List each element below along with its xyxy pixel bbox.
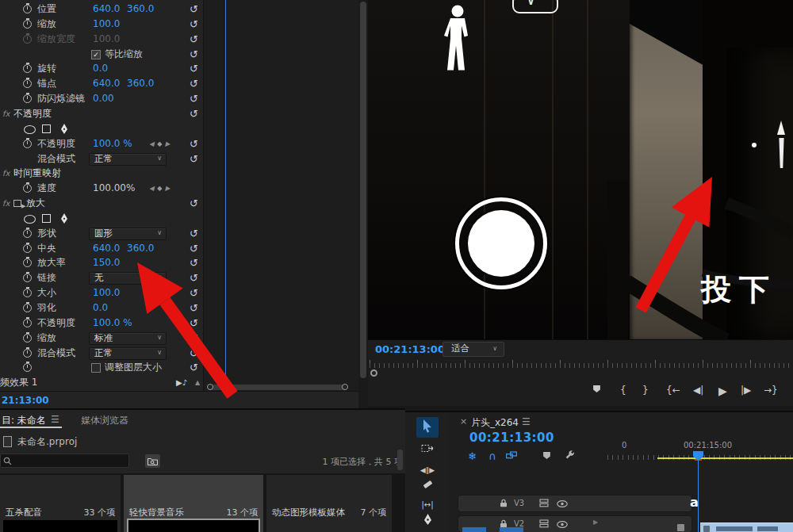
property-value[interactable]: 100.0 % <box>93 136 132 151</box>
dropdown[interactable]: 无∨ <box>89 272 167 285</box>
reset-icon[interactable]: ↺ <box>190 270 198 285</box>
reset-icon[interactable]: ↺ <box>190 32 198 47</box>
property-value[interactable]: 640.0 <box>93 241 120 256</box>
property-value[interactable]: 100.0 % <box>93 316 132 331</box>
stopwatch-icon[interactable] <box>23 184 32 193</box>
reset-icon[interactable]: ↺ <box>190 2 198 17</box>
bin-name[interactable]: 轻快背景音乐 <box>129 507 184 519</box>
project-bin[interactable]: 轻快背景音乐13 个项 <box>124 475 263 532</box>
stopwatch-icon[interactable] <box>23 319 32 327</box>
sequence-tab[interactable]: 片头_x264 <box>471 416 519 430</box>
keyframe-nav[interactable]: ◀◆▶ <box>149 181 186 196</box>
stopwatch-icon[interactable] <box>23 79 32 88</box>
stopwatch-icon[interactable] <box>23 349 32 358</box>
reset-icon[interactable]: ↺ <box>190 346 198 361</box>
stopwatch-icon[interactable] <box>23 304 32 312</box>
effect-keyframe-area[interactable] <box>203 0 359 391</box>
stopwatch-icon[interactable] <box>23 229 32 238</box>
expand-icon[interactable]: ▶ <box>593 519 598 526</box>
close-icon[interactable]: × <box>460 416 467 427</box>
reset-icon[interactable]: ↺ <box>190 331 198 346</box>
bin-name[interactable]: 动态图形模板媒体 <box>272 507 345 519</box>
stopwatch-icon[interactable] <box>23 20 32 29</box>
stopwatch-icon[interactable] <box>23 274 32 282</box>
reset-icon[interactable]: ↺ <box>190 360 198 375</box>
timeline-timecode[interactable]: 00:21:13:00 <box>469 431 554 445</box>
pen-tool[interactable] <box>416 514 439 531</box>
property-value[interactable]: 640.0 <box>93 2 120 17</box>
sync-lock-icon[interactable] <box>539 519 549 530</box>
reset-icon[interactable]: ↺ <box>190 226 198 241</box>
zoom-bar-left-handle[interactable] <box>207 384 213 390</box>
play-button[interactable]: ▶ <box>718 385 727 397</box>
property-value[interactable]: 360.0 <box>127 2 154 17</box>
ripple-edit-tool[interactable]: ◀‖▶ <box>416 461 439 479</box>
reset-icon[interactable]: ↺ <box>190 106 198 121</box>
eye-icon[interactable] <box>557 499 568 510</box>
reset-icon[interactable]: ↺ <box>190 47 198 62</box>
step-forward-button[interactable]: |▶ <box>741 385 751 396</box>
rect-mask-icon[interactable] <box>42 214 51 223</box>
effect-header-label[interactable]: 时间重映射 <box>13 166 61 181</box>
ellipse-mask-icon[interactable] <box>24 215 36 224</box>
stopwatch-icon[interactable] <box>23 5 32 13</box>
effects-timecode[interactable]: 21:13:00 <box>2 395 49 406</box>
zoom-bar-right-handle[interactable] <box>342 384 348 390</box>
property-value[interactable]: 0.0 <box>93 61 108 76</box>
reset-icon[interactable]: ↺ <box>190 255 198 270</box>
reset-icon[interactable]: ↺ <box>190 136 198 151</box>
dropdown[interactable]: 标准∨ <box>89 332 167 345</box>
reset-icon[interactable]: ↺ <box>190 241 198 256</box>
ellipse-mask-icon[interactable] <box>24 125 36 134</box>
search-input[interactable] <box>0 454 129 468</box>
monitor-ruler[interactable] <box>368 358 793 377</box>
reset-icon[interactable]: ↺ <box>190 91 198 106</box>
zoom-level-select[interactable]: 适合 ∨ <box>442 342 504 357</box>
add-marker-icon[interactable] <box>542 450 551 462</box>
effects-scrollbar[interactable] <box>358 0 368 408</box>
add-marker-button[interactable] <box>592 385 601 396</box>
step-back-button[interactable]: ◀| <box>693 385 703 396</box>
property-value[interactable]: 360.0 <box>127 76 154 91</box>
go-to-out-button[interactable]: →} <box>764 385 778 396</box>
bin-name[interactable]: 五杀配音 <box>6 507 42 519</box>
selection-tool[interactable] <box>416 417 439 438</box>
project-bin[interactable]: 五杀配音33 个项 <box>0 475 121 532</box>
slip-tool[interactable]: |↔| <box>416 496 439 514</box>
stopwatch-icon[interactable] <box>23 64 32 73</box>
dropdown[interactable]: 正常∨ <box>89 153 167 166</box>
property-value[interactable]: 100.0 <box>93 17 120 32</box>
track-select-forward-tool[interactable] <box>416 442 439 460</box>
effect-panel-zoom-bar[interactable] <box>208 385 347 390</box>
project-bin[interactable]: 动态图形模板媒体7 个项 <box>266 475 392 532</box>
stopwatch-icon[interactable] <box>23 35 32 44</box>
keyframe-nav[interactable]: ◀◆▶ <box>149 136 186 151</box>
checkbox[interactable] <box>91 363 101 373</box>
play-audio-icon[interactable]: ▶♪ <box>176 375 187 390</box>
reset-icon[interactable]: ↺ <box>190 76 198 91</box>
reset-icon[interactable]: ↺ <box>190 285 198 300</box>
stopwatch-icon[interactable] <box>23 289 32 297</box>
track-name[interactable]: V3 <box>514 499 524 507</box>
snap-toggle-icon[interactable]: ∩ <box>488 450 496 462</box>
reset-icon[interactable]: ↺ <box>190 17 198 32</box>
timeline-settings-icon[interactable] <box>565 450 575 463</box>
effect-panel-playhead[interactable] <box>225 0 226 391</box>
find-button[interactable] <box>145 454 160 468</box>
stopwatch-icon[interactable] <box>23 258 32 267</box>
eye-icon[interactable] <box>557 519 568 530</box>
reset-icon[interactable]: ↺ <box>190 196 198 211</box>
property-value[interactable]: 100.0 <box>93 285 120 300</box>
linked-selection-toggle-icon[interactable] <box>506 450 517 462</box>
reset-icon[interactable]: ↺ <box>190 61 198 76</box>
rect-mask-icon[interactable] <box>42 124 51 133</box>
checkbox[interactable]: ✓ <box>91 50 101 59</box>
dropdown[interactable]: 圆形∨ <box>89 228 167 240</box>
nest-toggle-icon[interactable]: ❄ <box>468 450 477 462</box>
reset-icon[interactable]: ↺ <box>190 151 198 166</box>
bin-thumbnail[interactable] <box>3 520 117 532</box>
lock-icon[interactable] <box>500 499 508 510</box>
panel-menu-icon[interactable]: ☰ <box>522 416 531 427</box>
property-value[interactable]: 0.00 <box>93 91 114 106</box>
effect-header-label[interactable]: 放大 <box>26 196 45 211</box>
